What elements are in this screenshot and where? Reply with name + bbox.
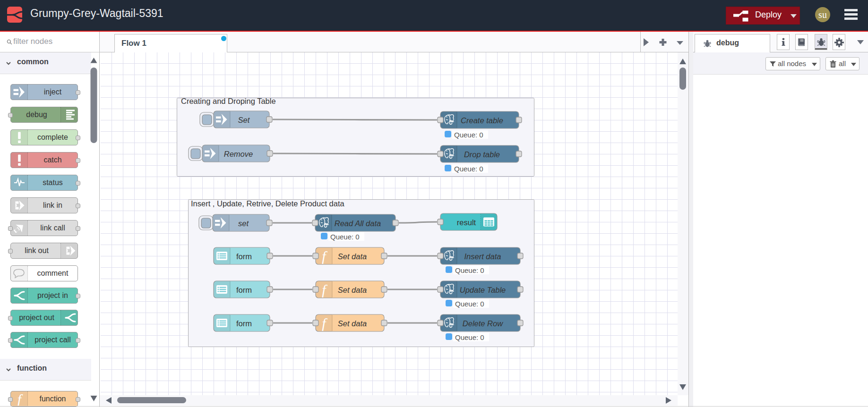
svg-text:set: set — [238, 219, 249, 228]
svg-text:Set data: Set data — [338, 286, 367, 294]
svg-text:Creating and Droping Table: Creating and Droping Table — [181, 97, 276, 105]
svg-text:form: form — [236, 286, 252, 294]
svg-text:Queue: 0: Queue: 0 — [455, 266, 484, 274]
svg-text:Insert data: Insert data — [464, 252, 501, 261]
svg-text:Queue: 0: Queue: 0 — [330, 233, 360, 241]
svg-text:Insert , Update, Retrive, Dele: Insert , Update, Retrive, Delete Product… — [191, 199, 344, 208]
svg-text:Read All data: Read All data — [335, 219, 381, 228]
svg-text:Delete Row: Delete Row — [463, 319, 503, 328]
svg-text:Set data: Set data — [338, 252, 367, 261]
svg-text:Drop table: Drop table — [464, 150, 500, 159]
svg-text:form: form — [236, 319, 252, 328]
svg-text:Queue: 0: Queue: 0 — [454, 165, 483, 173]
svg-text:Queue: 0: Queue: 0 — [455, 333, 484, 341]
svg-text:Set data: Set data — [338, 319, 367, 328]
svg-text:form: form — [236, 252, 252, 261]
svg-text:Create table: Create table — [461, 116, 503, 125]
svg-text:Remove: Remove — [224, 150, 253, 158]
svg-text:Queue: 0: Queue: 0 — [455, 300, 484, 308]
svg-text:Update Table: Update Table — [460, 286, 506, 294]
svg-text:result: result — [457, 218, 476, 227]
svg-text:Set: Set — [238, 116, 250, 124]
svg-text:Queue: 0: Queue: 0 — [454, 131, 483, 139]
